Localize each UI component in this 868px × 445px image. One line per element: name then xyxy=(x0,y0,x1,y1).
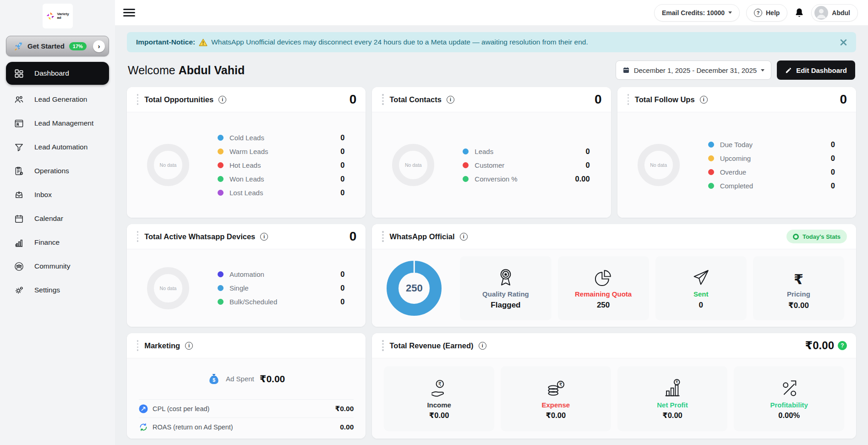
sidebar-item-lead-generation[interactable]: Lead Generation xyxy=(0,88,115,111)
sidebar-item-settings[interactable]: Settings xyxy=(0,278,115,302)
income-hand-icon: ₹ xyxy=(429,378,449,399)
card-total-contacts: Total Contacts i 0 No data Leads 0 xyxy=(372,87,611,218)
progress-badge: 17% xyxy=(69,42,87,50)
info-icon[interactable]: i xyxy=(479,342,486,350)
metric-row-roas: ROAS (return on Ad Spent) 0.00 xyxy=(139,418,354,436)
sidebar-item-label: Operations xyxy=(34,167,69,175)
legend-item: Cold Leads 0 xyxy=(218,133,344,142)
legend-item: Upcoming 0 xyxy=(708,154,835,163)
chevron-right-icon[interactable]: › xyxy=(93,40,105,52)
info-icon[interactable]: i xyxy=(460,233,468,241)
edit-dashboard-label: Edit Dashboard xyxy=(796,66,847,74)
drag-handle-icon[interactable] xyxy=(136,339,139,352)
funnel-icon xyxy=(14,142,24,153)
sidebar-item-inbox[interactable]: Inbox xyxy=(0,183,115,207)
cards-grid: Total Opportunities i 0 No data Cold Lea… xyxy=(127,87,856,439)
stat-expense: ₹ Expense ₹0.00 xyxy=(501,366,611,431)
profit-chart-icon: ₹ xyxy=(662,378,682,399)
card-title: Total Follow Ups xyxy=(635,95,695,104)
info-icon[interactable]: i xyxy=(700,96,708,104)
svg-text:₹: ₹ xyxy=(676,380,678,385)
warning-icon xyxy=(199,38,207,46)
sidebar-item-dashboard[interactable]: Dashboard xyxy=(6,62,109,85)
rocket-icon xyxy=(14,42,23,51)
sidebar-item-finance[interactable]: Finance xyxy=(0,231,115,254)
users-icon xyxy=(14,94,24,105)
metric-row-cpl: CPL (cost per lead) ₹0.00 xyxy=(139,399,354,418)
gear-icon xyxy=(14,285,24,296)
legend-dot xyxy=(708,183,714,189)
sidebar-item-lead-automation[interactable]: Lead Automation xyxy=(0,135,115,159)
topbar: Email Credits: 10000 ? Help xyxy=(115,0,868,26)
pie-chart-icon xyxy=(594,266,613,287)
hamburger-menu-icon[interactable] xyxy=(123,9,135,16)
legend-dot xyxy=(708,169,714,175)
drag-handle-icon[interactable] xyxy=(381,339,384,352)
revenue-total-value: ₹0.00 xyxy=(805,339,834,352)
edit-dashboard-button[interactable]: Edit Dashboard xyxy=(777,60,855,80)
drag-handle-icon[interactable] xyxy=(381,93,384,105)
main-area: Email Credits: 10000 ? Help xyxy=(115,0,868,445)
app-logo[interactable]: Varietyad xyxy=(43,4,73,28)
sidebar-item-lead-management[interactable]: Lead Management xyxy=(0,111,115,135)
date-range-label: December 1, 2025 - December 31, 2025 xyxy=(634,66,757,74)
sidebar-item-label: Finance xyxy=(34,238,60,247)
legend-dot xyxy=(218,271,224,277)
legend-item: Overdue 0 xyxy=(708,168,835,176)
sidebar-item-label: Calendar xyxy=(34,214,63,223)
user-menu[interactable]: Abdul xyxy=(811,4,858,22)
sidebar-item-operations[interactable]: Operations xyxy=(0,159,115,183)
email-credits-dropdown[interactable]: Email Credits: 10000 xyxy=(654,4,740,22)
legend-item: Customer 0 xyxy=(463,161,590,170)
card-total-value: 0 xyxy=(349,229,357,244)
logo-text: Varietyad xyxy=(57,12,69,20)
legend-item: Leads 0 xyxy=(463,147,590,156)
close-icon[interactable] xyxy=(840,39,847,46)
card-title: Total Active Whatsapp Devices xyxy=(144,232,255,241)
stat-quality-rating: Quality Rating Flagged xyxy=(460,256,551,320)
legend-dot xyxy=(218,285,224,291)
info-icon[interactable]: i xyxy=(447,96,454,104)
notifications-bell-icon[interactable] xyxy=(794,7,805,18)
info-icon[interactable]: i xyxy=(185,342,193,350)
clipboard-gear-icon xyxy=(14,166,24,176)
svg-text:₹: ₹ xyxy=(559,381,562,387)
drag-handle-icon[interactable] xyxy=(136,230,139,242)
id-card-icon xyxy=(14,118,24,129)
info-icon[interactable]: i xyxy=(260,233,268,241)
drag-handle-icon[interactable] xyxy=(381,230,384,242)
stat-remaining-quota: Remaining Quota 250 xyxy=(558,256,649,320)
legend-dot xyxy=(218,135,224,141)
card-total-value: 0 xyxy=(349,92,357,107)
stat-income: ₹ Income ₹0.00 xyxy=(384,366,494,431)
date-range-picker[interactable]: December 1, 2025 - December 31, 2025 xyxy=(616,60,771,80)
legend-item: Automation 0 xyxy=(218,270,344,279)
legend-item: Won Leads 0 xyxy=(218,175,344,183)
sidebar-item-calendar[interactable]: Calendar xyxy=(0,207,115,231)
card-title: Total Contacts xyxy=(390,95,442,104)
sidebar-item-community[interactable]: Community xyxy=(0,254,115,278)
welcome-text: Welcome Abdul Vahid xyxy=(128,64,245,77)
sidebar-item-label: Community xyxy=(34,262,70,270)
stat-sent: Sent 0 xyxy=(655,256,747,320)
sidebar: Varietyad Get Started 17% › Dashboard xyxy=(0,0,115,445)
stat-net-profit: ₹ Net Profit ₹0.00 xyxy=(617,366,728,431)
drag-handle-icon[interactable] xyxy=(627,93,630,105)
help-badge-icon[interactable]: ? xyxy=(838,341,847,350)
no-data-donut-chart: No data xyxy=(638,144,680,186)
svg-text:₹: ₹ xyxy=(438,380,441,386)
legend-dot xyxy=(463,148,469,154)
legend-item: Due Today 0 xyxy=(708,140,835,149)
chevron-down-icon xyxy=(761,69,764,71)
get-started-button[interactable]: Get Started 17% › xyxy=(6,36,109,56)
drag-handle-icon[interactable] xyxy=(136,93,139,105)
info-icon[interactable]: i xyxy=(218,96,226,104)
card-total-value: 0 xyxy=(595,92,602,107)
help-button[interactable]: ? Help xyxy=(746,4,787,22)
sidebar-nav: Dashboard Lead Generation Lead Managemen… xyxy=(0,62,115,302)
cpl-icon xyxy=(139,404,148,413)
help-label: Help xyxy=(766,9,780,16)
legend-item: Bulk/Scheduled 0 xyxy=(218,297,344,306)
sidebar-item-label: Settings xyxy=(34,286,60,294)
ad-spent-summary: $ Ad Spent ₹0.00 xyxy=(139,358,354,399)
